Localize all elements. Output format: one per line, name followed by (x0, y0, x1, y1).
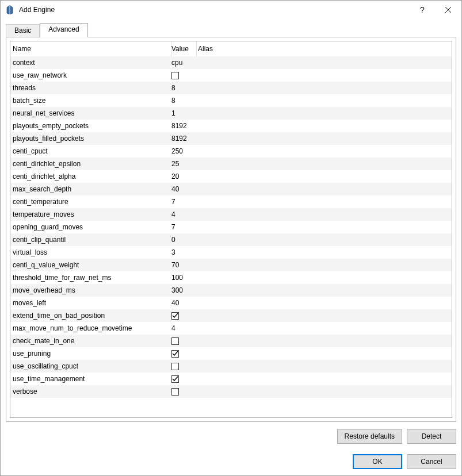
row-value[interactable]: 250 (171, 147, 197, 155)
table-row[interactable]: verbose (10, 385, 452, 398)
row-name: use_pruning (10, 350, 171, 358)
row-name: centi_dirichlet_epsilon (10, 160, 171, 168)
table-row[interactable]: use_pruning (10, 347, 452, 360)
help-button[interactable]: ? (408, 1, 435, 19)
table-row[interactable]: playouts_filled_pockets8192 (10, 132, 452, 145)
checkbox[interactable] (171, 388, 179, 396)
row-value[interactable]: 4 (171, 210, 197, 218)
table-row[interactable]: use_raw_network (10, 69, 452, 82)
table-row[interactable]: moves_left40 (10, 297, 452, 309)
row-value[interactable]: 1 (171, 109, 197, 117)
row-name: verbose (10, 387, 171, 396)
row-name: use_time_management (10, 375, 171, 383)
row-value[interactable] (171, 375, 197, 383)
row-name: centi_dirichlet_alpha (10, 172, 171, 181)
table-row[interactable]: opening_guard_moves7 (10, 221, 452, 233)
column-header-value[interactable]: Value (171, 41, 197, 56)
tab-content-advanced: Name Value Alias contextcpuuse_raw_netwo… (6, 37, 456, 422)
row-name: moves_left (10, 299, 171, 307)
table-row[interactable]: check_mate_in_one (10, 335, 452, 347)
row-value[interactable]: 100 (171, 274, 197, 282)
row-name: threshold_time_for_raw_net_ms (10, 274, 171, 282)
row-value[interactable] (171, 72, 197, 79)
window-title: Add Engine (19, 6, 55, 14)
table-row[interactable]: extend_time_on_bad_position (10, 309, 452, 322)
row-name: centi_temperature (10, 198, 171, 206)
row-value[interactable]: 300 (171, 286, 197, 294)
table-row[interactable]: centi_cpuct250 (10, 145, 452, 158)
row-name: max_search_depth (10, 185, 171, 193)
row-name: virtual_loss (10, 248, 171, 256)
table-row[interactable]: use_oscillating_cpuct (10, 360, 452, 373)
app-icon (5, 5, 14, 14)
row-value[interactable]: 8192 (171, 135, 197, 143)
row-name: use_oscillating_cpuct (10, 362, 171, 370)
row-value[interactable]: 25 (171, 160, 197, 168)
row-value[interactable]: 8192 (171, 122, 197, 130)
table-row[interactable]: use_time_management (10, 373, 452, 385)
table-row[interactable]: batch_size8 (10, 94, 452, 107)
property-table: Name Value Alias contextcpuuse_raw_netwo… (10, 41, 452, 418)
row-name: max_move_num_to_reduce_movetime (10, 324, 171, 332)
row-name: centi_q_value_weight (10, 261, 171, 269)
checkbox[interactable] (171, 337, 179, 345)
close-button[interactable] (435, 1, 461, 19)
checkbox[interactable] (171, 350, 179, 358)
row-value[interactable]: 3 (171, 248, 197, 256)
row-value[interactable] (171, 350, 197, 358)
row-value[interactable]: 40 (171, 185, 197, 193)
column-header-name[interactable]: Name (10, 41, 171, 56)
row-value[interactable] (171, 337, 197, 345)
row-name: centi_clip_quantil (10, 236, 171, 244)
detect-button[interactable]: Detect (407, 429, 456, 444)
row-value[interactable]: 20 (171, 172, 197, 181)
row-value[interactable] (171, 363, 197, 370)
row-value[interactable]: 7 (171, 223, 197, 231)
row-name: playouts_filled_pockets (10, 135, 171, 143)
table-row[interactable]: neural_net_services1 (10, 107, 452, 120)
row-name: use_raw_network (10, 71, 171, 79)
row-name: playouts_empty_pockets (10, 122, 171, 130)
checkbox[interactable] (171, 72, 179, 79)
row-value[interactable]: 40 (171, 299, 197, 307)
row-value[interactable]: 8 (171, 97, 197, 105)
cancel-button[interactable]: Cancel (407, 454, 456, 469)
table-row[interactable]: threads8 (10, 82, 452, 94)
row-value[interactable] (171, 388, 197, 396)
table-row[interactable]: threshold_time_for_raw_net_ms100 (10, 271, 452, 284)
table-row[interactable]: centi_q_value_weight70 (10, 259, 452, 271)
table-row[interactable]: centi_dirichlet_alpha20 (10, 170, 452, 183)
table-row[interactable]: move_overhead_ms300 (10, 284, 452, 297)
row-name: neural_net_services (10, 109, 171, 117)
row-name: batch_size (10, 97, 171, 105)
row-value[interactable] (171, 312, 197, 320)
table-row[interactable]: max_search_depth40 (10, 183, 452, 195)
ok-button[interactable]: OK (353, 454, 402, 469)
table-row[interactable]: playouts_empty_pockets8192 (10, 120, 452, 132)
table-row[interactable]: centi_clip_quantil0 (10, 233, 452, 246)
title-bar: Add Engine ? (1, 1, 461, 19)
restore-defaults-button[interactable]: Restore defaults (337, 429, 402, 444)
row-value[interactable]: 7 (171, 198, 197, 206)
table-header: Name Value Alias (10, 41, 452, 56)
checkbox[interactable] (171, 375, 179, 383)
table-row[interactable]: centi_dirichlet_epsilon25 (10, 158, 452, 170)
table-row[interactable]: temperature_moves4 (10, 208, 452, 221)
checkbox[interactable] (171, 363, 179, 370)
row-value[interactable]: 4 (171, 324, 197, 332)
table-row[interactable]: virtual_loss3 (10, 246, 452, 259)
table-row[interactable]: centi_temperature7 (10, 195, 452, 208)
table-row[interactable]: contextcpu (10, 56, 452, 69)
row-value[interactable]: 70 (171, 261, 197, 269)
row-value[interactable]: 0 (171, 236, 197, 244)
row-value[interactable]: 8 (171, 84, 197, 92)
tab-advanced[interactable]: Advanced (40, 23, 87, 37)
table-row[interactable]: max_move_num_to_reduce_movetime4 (10, 322, 452, 335)
tab-basic[interactable]: Basic (6, 24, 40, 37)
checkbox[interactable] (171, 312, 179, 320)
row-name: extend_time_on_bad_position (10, 312, 171, 320)
row-value[interactable]: cpu (171, 59, 197, 67)
row-name: temperature_moves (10, 210, 171, 218)
column-header-alias[interactable]: Alias (197, 41, 452, 56)
row-name: context (10, 59, 171, 67)
